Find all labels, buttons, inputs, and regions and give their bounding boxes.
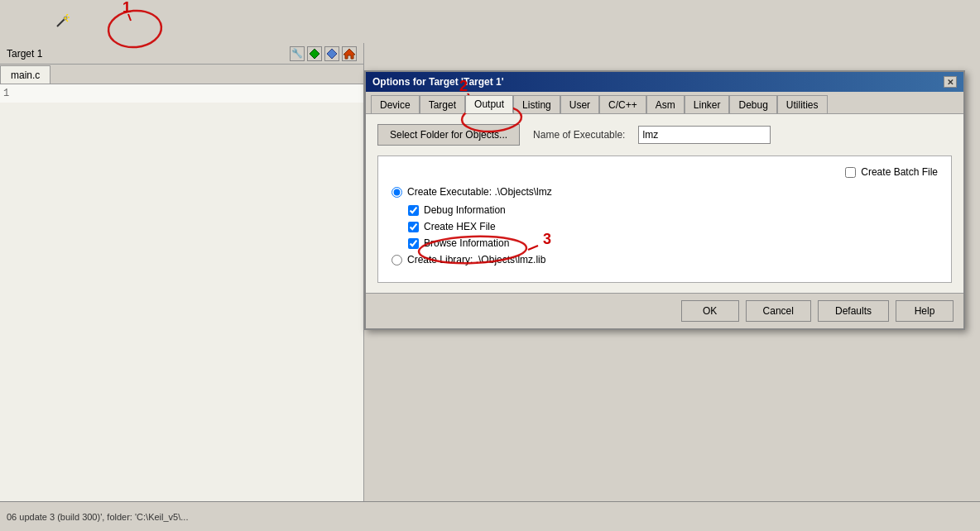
options-dialog: Options for Target 'Target 1' ✕ Device T… — [364, 70, 965, 330]
tab-user[interactable]: User — [560, 95, 599, 113]
create-exec-row: Create Executable: .\Objects\lmz — [392, 186, 938, 198]
status-text: 06 update 3 (build 300)', folder: 'C:\Ke… — [7, 512, 188, 522]
create-library-row: Create Library: .\Objects\lmz.lib — [392, 254, 938, 266]
options-box: Create Batch File Create Executable: .\O… — [377, 155, 952, 283]
tab-linker[interactable]: Linker — [685, 95, 730, 113]
tab-utilities[interactable]: Utilities — [777, 95, 828, 113]
create-library-label: Create Library: .\Objects\lmz.lib — [407, 254, 545, 266]
browse-info-checkbox[interactable] — [408, 238, 419, 249]
create-hex-label: Create HEX File — [424, 221, 496, 232]
create-executable-radio[interactable] — [392, 187, 402, 198]
create-library-radio[interactable] — [392, 255, 402, 266]
exec-name-input[interactable] — [638, 126, 771, 144]
dialog-buttons: OK Cancel Defaults Help — [366, 293, 963, 328]
debug-info-label: Debug Information — [424, 204, 506, 216]
browse-info-row: Browse Information — [408, 237, 938, 249]
dialog-body: Select Folder for Objects... Name of Exe… — [366, 114, 963, 293]
tab-device[interactable]: Device — [371, 95, 420, 113]
exec-name-label: Name of Executable: — [533, 129, 625, 141]
tab-debug[interactable]: Debug — [729, 95, 776, 113]
create-hex-row: Create HEX File — [408, 221, 938, 232]
ok-button[interactable]: OK — [681, 300, 739, 322]
create-executable-label: Create Executable: .\Objects\lmz — [407, 186, 552, 198]
browse-info-label: Browse Information — [424, 237, 509, 249]
select-folder-button[interactable]: Select Folder for Objects... — [377, 124, 520, 146]
status-bar: 06 update 3 (build 300)', folder: 'C:\Ke… — [0, 501, 980, 531]
tab-asm[interactable]: Asm — [646, 95, 685, 113]
cancel-button[interactable]: Cancel — [746, 300, 811, 322]
tab-target[interactable]: Target — [420, 95, 465, 113]
create-batch-row: Create Batch File — [392, 166, 938, 178]
dialog-top-row: Select Folder for Objects... Name of Exe… — [377, 124, 952, 146]
tab-listing[interactable]: Listing — [513, 95, 560, 113]
tab-output[interactable]: Output — [465, 95, 513, 113]
dialog-close-button[interactable]: ✕ — [944, 76, 957, 88]
modal-overlay: Options for Target 'Target 1' ✕ Device T… — [0, 0, 980, 531]
help-button[interactable]: Help — [896, 300, 954, 322]
debug-info-row: Debug Information — [408, 204, 938, 216]
tab-cpp[interactable]: C/C++ — [599, 95, 646, 113]
defaults-button[interactable]: Defaults — [818, 300, 889, 322]
create-hex-checkbox[interactable] — [408, 222, 419, 232]
debug-info-checkbox[interactable] — [408, 205, 419, 216]
dialog-title-bar: Options for Target 'Target 1' ✕ — [366, 72, 963, 92]
create-batch-label: Create Batch File — [861, 166, 938, 178]
dialog-title: Options for Target 'Target 1' — [372, 76, 504, 88]
create-batch-checkbox[interactable] — [845, 167, 856, 178]
dialog-tab-bar: Device Target Output Listing User C/C++ … — [366, 92, 963, 114]
